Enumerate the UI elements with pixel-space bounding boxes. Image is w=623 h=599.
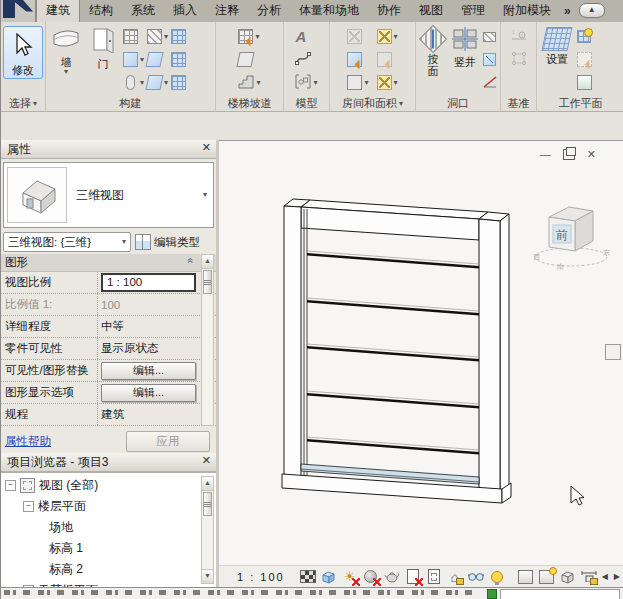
scrollbar-thumb[interactable] bbox=[203, 492, 212, 516]
tree-item-level-1[interactable]: 标高 1 bbox=[1, 538, 216, 559]
model-line-icon[interactable] bbox=[295, 51, 311, 69]
panel-label-datum[interactable]: 基准 bbox=[501, 96, 536, 111]
dropdown-arrow-icon[interactable]: ▾ bbox=[140, 56, 144, 64]
panel-label-build[interactable]: 构建 bbox=[46, 96, 215, 111]
curtain-grid-icon[interactable] bbox=[171, 52, 186, 67]
dropdown-arrow-icon[interactable]: ▾ bbox=[394, 33, 398, 41]
scroll-down-icon[interactable]: ▼ bbox=[202, 569, 213, 583]
drawing-area[interactable]: — ✕ bbox=[219, 140, 623, 565]
panel-label-room-area[interactable]: 房间和面积▾ bbox=[330, 96, 415, 111]
panel-label-model[interactable]: 模型 bbox=[284, 96, 329, 111]
lock-3d-view-icon[interactable] bbox=[581, 569, 597, 585]
wall-button[interactable]: 墙 ▾ bbox=[49, 25, 83, 76]
model-text-icon[interactable]: A bbox=[295, 28, 306, 45]
unlocked-3d-view-icon[interactable]: ⌂ bbox=[447, 569, 463, 585]
show-workplane-icon[interactable] bbox=[577, 30, 591, 43]
properties-help-link[interactable]: 属性帮助 bbox=[5, 434, 51, 449]
collapse-box-icon[interactable]: − bbox=[23, 501, 34, 512]
tree-item-site[interactable]: 场地 bbox=[1, 517, 216, 538]
detail-level-field[interactable]: 中等 bbox=[97, 316, 199, 337]
section-graphics[interactable]: 图形 « bbox=[1, 254, 216, 272]
dropdown-arrow-icon[interactable]: ▾ bbox=[313, 79, 317, 87]
close-icon[interactable]: ✕ bbox=[202, 141, 211, 154]
tab-insert[interactable]: 插入 bbox=[164, 0, 206, 22]
restore-icon[interactable] bbox=[563, 149, 575, 160]
type-selector[interactable]: 三维视图 ▾ bbox=[3, 162, 214, 228]
scroll-up-icon[interactable]: ▲ bbox=[202, 477, 213, 491]
dropdown-arrow-icon[interactable]: ▾ bbox=[164, 33, 168, 41]
model-group-icon[interactable] bbox=[295, 74, 311, 92]
dropdown-arrow-icon[interactable]: ▾ bbox=[394, 79, 398, 87]
tab-manage[interactable]: 管理 bbox=[452, 0, 494, 22]
scroll-left-icon[interactable]: ◀ bbox=[602, 572, 608, 581]
tree-item-ceiling-plans[interactable]: + 天花板平面 bbox=[1, 580, 216, 587]
render-dialog-icon[interactable] bbox=[384, 569, 400, 585]
shadows-icon[interactable] bbox=[363, 569, 379, 585]
tag-room-icon[interactable] bbox=[347, 75, 362, 90]
curtain-system-icon[interactable] bbox=[171, 29, 186, 44]
scroll-right-icon[interactable]: ▶ bbox=[614, 572, 620, 581]
railing-icon[interactable] bbox=[238, 29, 253, 44]
panel-label-workplane[interactable]: 工作平面 bbox=[537, 96, 623, 111]
panel-label-circulation[interactable]: 楼梯坡道 bbox=[216, 96, 283, 111]
close-icon[interactable]: ✕ bbox=[587, 149, 596, 160]
tab-collaborate[interactable]: 协作 bbox=[368, 0, 410, 22]
tab-annotate[interactable]: 注释 bbox=[206, 0, 248, 22]
apply-button[interactable]: 应用 bbox=[126, 431, 210, 452]
tree-item-level-2[interactable]: 标高 2 bbox=[1, 559, 216, 580]
window-icon[interactable] bbox=[123, 29, 138, 44]
viewer-icon[interactable] bbox=[577, 75, 592, 90]
visual-style-icon[interactable] bbox=[321, 569, 337, 585]
instance-selector[interactable]: 三维视图: {三维} ▾ bbox=[3, 232, 131, 252]
panel-label-select[interactable]: 选择▾ bbox=[1, 96, 45, 111]
component-icon[interactable] bbox=[123, 52, 138, 67]
set-workplane-button[interactable]: 设置 bbox=[540, 25, 574, 65]
door-button[interactable]: 门 bbox=[86, 25, 120, 70]
ramp-icon[interactable] bbox=[237, 52, 255, 67]
dropdown-arrow-icon[interactable]: ▾ bbox=[364, 79, 368, 87]
temporary-hide-isolate-icon[interactable] bbox=[468, 569, 484, 585]
reveal-hidden-elements-icon[interactable] bbox=[489, 569, 505, 585]
tab-analyze[interactable]: 分析 bbox=[248, 0, 290, 22]
area-icon[interactable] bbox=[377, 29, 392, 44]
properties-header[interactable]: 属性 ✕ bbox=[1, 140, 216, 159]
dropdown-arrow-icon[interactable]: ▾ bbox=[255, 33, 259, 41]
app-logo-icon[interactable] bbox=[1, 0, 36, 22]
room-separator-icon[interactable] bbox=[347, 52, 362, 67]
worksharing-display-icon[interactable] bbox=[539, 569, 555, 585]
dropdown-arrow-icon[interactable]: ▾ bbox=[256, 79, 260, 87]
display-options-edit-button[interactable]: 编辑... bbox=[101, 384, 196, 402]
chevron-down-icon[interactable]: ▾ bbox=[203, 191, 207, 199]
view-scale-input[interactable]: 1 : 100 bbox=[101, 273, 196, 292]
close-icon[interactable]: ✕ bbox=[202, 454, 211, 467]
edit-type-button[interactable]: 编辑类型 bbox=[135, 234, 200, 250]
sun-path-icon[interactable]: ☀ bbox=[342, 569, 358, 585]
tree-item-views[interactable]: − 视图 (全部) bbox=[1, 475, 216, 496]
tab-addins[interactable]: 附加模块 bbox=[494, 0, 560, 22]
parts-visibility-field[interactable]: 显示原状态 bbox=[97, 338, 199, 359]
opening-by-face-button[interactable]: 按面 bbox=[419, 25, 447, 77]
modify-button[interactable]: 修改 bbox=[3, 26, 43, 79]
roof-icon[interactable] bbox=[147, 29, 162, 44]
column-icon[interactable] bbox=[126, 75, 135, 90]
dropdown-arrow-icon[interactable]: ▾ bbox=[140, 79, 144, 87]
scroll-up-icon[interactable]: ▲ bbox=[202, 255, 213, 269]
collapse-box-icon[interactable]: − bbox=[5, 480, 16, 491]
navigation-bar-stub[interactable] bbox=[605, 344, 621, 360]
ceiling-icon[interactable] bbox=[145, 52, 163, 67]
detail-level-icon[interactable] bbox=[300, 569, 316, 585]
ribbon-collapse-button[interactable]: ▲ bbox=[579, 3, 605, 18]
tab-view[interactable]: 视图 bbox=[410, 0, 452, 22]
temporary-view-properties-icon[interactable] bbox=[518, 569, 534, 585]
shaft-opening-button[interactable]: 竖井 bbox=[450, 25, 480, 68]
displaced-elements-icon[interactable] bbox=[560, 569, 576, 585]
dropdown-arrow-icon[interactable]: ▾ bbox=[164, 79, 168, 87]
mullion-icon[interactable] bbox=[171, 75, 186, 90]
view-scale-button[interactable]: 1 : 100 bbox=[237, 571, 285, 583]
status-input-field[interactable] bbox=[500, 589, 620, 599]
vg-edit-button[interactable]: 编辑... bbox=[101, 362, 196, 380]
scrollbar-thumb[interactable] bbox=[203, 270, 212, 294]
tab-structure[interactable]: 结构 bbox=[80, 0, 122, 22]
crop-view-icon[interactable] bbox=[405, 569, 421, 585]
vertical-opening-icon[interactable] bbox=[483, 53, 496, 66]
